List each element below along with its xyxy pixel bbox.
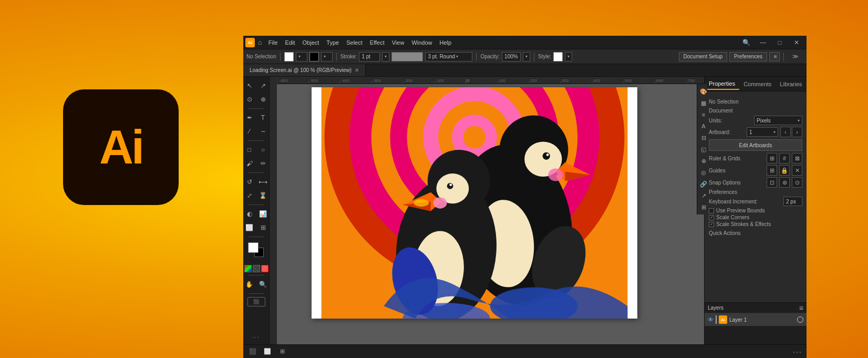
opacity-input[interactable]: 100% xyxy=(502,52,521,62)
hand-tool[interactable]: ✋ xyxy=(244,279,255,290)
menu-file[interactable]: File xyxy=(265,38,281,47)
pen-tool[interactable]: ✒ xyxy=(244,112,255,124)
align-icon[interactable]: ⊟ xyxy=(698,132,709,143)
artboard-next-icon[interactable]: › xyxy=(792,127,802,137)
artboard-prev-icon[interactable]: ‹ xyxy=(780,127,791,137)
tab-properties[interactable]: Properties xyxy=(705,78,739,90)
document-tab[interactable]: Loading Screen.ai @ 100 % (RGB/Preview) … xyxy=(243,64,366,76)
line-tool[interactable]: ∕ xyxy=(244,126,255,137)
menu-edit[interactable]: Edit xyxy=(282,38,298,47)
rotate-tool[interactable]: ↺ xyxy=(244,176,255,188)
layer-visibility-icon[interactable]: 👁 xyxy=(708,316,714,323)
type-tool[interactable]: T xyxy=(257,112,269,124)
swatches-icon[interactable]: ▦ xyxy=(698,98,709,108)
links-icon[interactable]: 🔗 xyxy=(698,179,709,189)
stroke-color-input[interactable] xyxy=(391,52,423,62)
zoom-tool[interactable]: 🔍 xyxy=(257,279,269,290)
none-swatch[interactable] xyxy=(261,265,268,272)
reflect-tool[interactable]: ⟷ xyxy=(257,176,269,188)
type-side-icon[interactable]: A xyxy=(698,121,709,131)
menu-object[interactable]: Object xyxy=(299,38,323,47)
grid-view-button[interactable]: ⊞ xyxy=(277,346,287,357)
more-options-icon[interactable]: ··· xyxy=(793,347,802,356)
arrange-button[interactable]: ≡ xyxy=(769,52,780,62)
screen-mode-button[interactable]: ⬛ xyxy=(247,297,265,306)
stroke-box[interactable] xyxy=(309,52,319,62)
scale-corners-cb-box[interactable]: ✓ xyxy=(709,215,714,220)
tab-libraries[interactable]: Libraries xyxy=(776,79,806,89)
pattern-swatch[interactable] xyxy=(253,265,260,272)
show-guides-icon[interactable]: ⊞ xyxy=(767,165,777,176)
menu-type[interactable]: Type xyxy=(323,38,342,47)
preview-bounds-checkbox[interactable]: Use Preview Bounds xyxy=(709,208,802,213)
breadcrumb-button[interactable]: ⬜ xyxy=(262,346,273,357)
chart-tool[interactable]: 📊 xyxy=(257,208,269,220)
search-icon[interactable]: 🔍 xyxy=(738,36,754,49)
opacity-dropdown[interactable]: ▾ xyxy=(523,52,530,62)
menu-window[interactable]: Window xyxy=(408,38,435,47)
artboard-tool[interactable]: ⬜ xyxy=(244,222,255,233)
canvas-area[interactable]: -600 -500 -400 -300 -200 -100 0 100 xyxy=(270,77,704,344)
scale-tool[interactable]: ⤢ xyxy=(244,190,255,201)
symbol-tool[interactable]: ⊞ xyxy=(257,222,269,233)
snap-to-point-icon[interactable]: ⊛ xyxy=(779,177,790,188)
minimize-button[interactable]: — xyxy=(755,36,771,49)
rect-tool[interactable]: □ xyxy=(244,144,255,156)
appearance-icon[interactable]: ◎ xyxy=(698,167,709,178)
artboard-view-button[interactable]: ⬛ xyxy=(247,346,258,357)
show-rulers-icon[interactable]: ⊞ xyxy=(767,153,777,163)
pathfinder-icon[interactable]: ⊕ xyxy=(698,156,709,166)
stroke-unit-dropdown[interactable]: ▾ xyxy=(382,52,389,62)
edit-artboards-button[interactable]: Edit Artboards xyxy=(709,139,802,151)
stroke-input[interactable]: 1 pt xyxy=(359,52,380,62)
magic-wand-tool[interactable]: ⊕ xyxy=(257,94,269,105)
show-pixel-grid-icon[interactable]: ⊠ xyxy=(792,153,802,163)
direct-select-tool[interactable]: ↗ xyxy=(257,80,269,91)
clear-guides-icon[interactable]: ✕ xyxy=(792,165,802,176)
fill-dropdown[interactable]: ▾ xyxy=(296,52,307,62)
export-icon[interactable]: ↗ xyxy=(698,190,709,201)
paintbrush-tool[interactable]: 🖌 xyxy=(244,158,255,169)
panel-collapse-button[interactable]: ≫ xyxy=(788,50,803,64)
menu-view[interactable]: View xyxy=(389,38,408,47)
width-tool[interactable]: ◐ xyxy=(244,208,255,220)
layer-row[interactable]: 👁 Ai Layer 1 xyxy=(705,313,807,326)
pencil-tool[interactable]: ✏ xyxy=(257,158,269,169)
menu-help[interactable]: Help xyxy=(437,38,455,47)
preferences-button[interactable]: Preferences xyxy=(729,52,767,62)
kb-increment-input[interactable]: 2 px xyxy=(783,197,802,206)
tab-close-icon[interactable]: ✕ xyxy=(355,67,359,73)
style-dropdown[interactable]: ▾ xyxy=(565,52,572,62)
transform-icon[interactable]: ◱ xyxy=(698,144,709,155)
snap-to-pixel-icon[interactable]: ⊙ xyxy=(792,177,802,188)
color-icon[interactable]: 🎨 xyxy=(698,86,709,97)
select-tool[interactable]: ↖ xyxy=(244,80,255,91)
layers-menu-icon[interactable]: ≡ xyxy=(799,304,803,312)
stroke-dropdown[interactable]: ▾ xyxy=(321,52,333,62)
menu-select[interactable]: Select xyxy=(343,38,366,47)
menu-effect[interactable]: Effect xyxy=(367,38,388,47)
stroke-side-icon[interactable]: ≡ xyxy=(698,109,709,120)
more-tools-icon[interactable]: ··· xyxy=(252,332,260,342)
warp-tool[interactable]: ⌛ xyxy=(257,190,269,201)
artboard-select[interactable]: 1 ▾ xyxy=(747,127,778,137)
lock-guides-icon[interactable]: 🔒 xyxy=(779,165,790,176)
ellipse-tool[interactable]: ○ xyxy=(257,144,269,156)
lasso-tool[interactable]: ⊙ xyxy=(244,94,255,105)
maximize-button[interactable]: □ xyxy=(772,36,788,49)
units-select[interactable]: Pixels ▾ xyxy=(754,116,802,125)
scale-corners-checkbox[interactable]: ✓ Scale Corners xyxy=(709,214,802,220)
fill-swatch[interactable] xyxy=(248,242,259,253)
gradient-swatch[interactable] xyxy=(244,265,252,272)
scale-strokes-cb-box[interactable]: ✓ xyxy=(709,222,714,227)
close-button[interactable]: ✕ xyxy=(789,36,804,49)
doc-setup-button[interactable]: Document Setup xyxy=(679,52,728,62)
style-box[interactable] xyxy=(553,52,563,62)
fill-box[interactable] xyxy=(284,52,294,62)
snap-to-grid-icon[interactable]: ⊡ xyxy=(767,177,777,188)
home-icon[interactable]: ⌂ xyxy=(258,38,262,46)
preview-bounds-cb-box[interactable] xyxy=(709,208,714,213)
curve-tool[interactable]: ∼ xyxy=(257,126,269,137)
embed-icon[interactable]: ⊞ xyxy=(698,202,709,212)
show-grid-icon[interactable]: # xyxy=(779,153,790,163)
